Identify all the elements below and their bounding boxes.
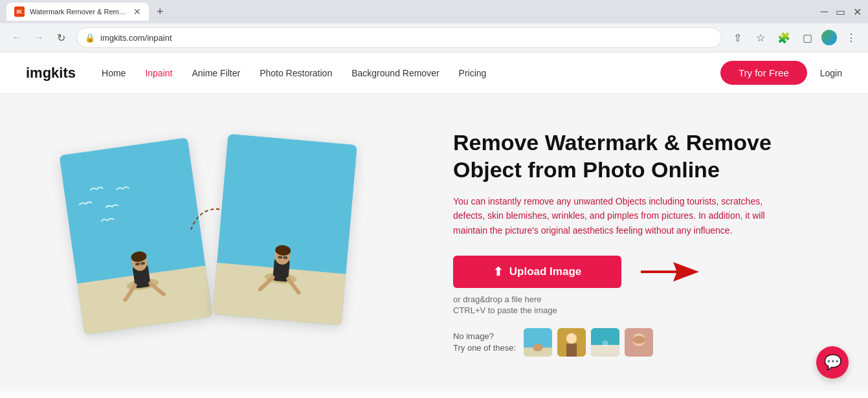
minimize-icon[interactable]: ─ bbox=[821, 6, 828, 18]
nav-inpaint[interactable]: Inpaint bbox=[145, 68, 172, 78]
navbar: imgkits Home Inpaint Anime Filter Photo … bbox=[0, 52, 868, 94]
nav-home[interactable]: Home bbox=[102, 68, 126, 78]
svg-point-26 bbox=[602, 340, 608, 347]
svg-point-22 bbox=[566, 333, 577, 344]
nav-right: Try for Free Login bbox=[720, 61, 842, 85]
close-window-icon[interactable]: ✕ bbox=[853, 6, 862, 18]
sample-thumbnails bbox=[524, 328, 653, 357]
main-content: Remove Watermark & Remove Object from Ph… bbox=[0, 94, 868, 392]
address-box[interactable]: 🔒 imgkits.com/inpaint bbox=[76, 27, 722, 48]
hero-images bbox=[39, 120, 414, 366]
new-tab-button[interactable]: + bbox=[157, 5, 164, 19]
nav-buttons: ← → ↻ bbox=[8, 28, 70, 47]
nav-background-remover[interactable]: Background Remover bbox=[351, 68, 439, 78]
sample-thumb-2[interactable] bbox=[557, 328, 586, 357]
browser-tab[interactable]: IK Watermark Remover & Remove ... ✕ bbox=[6, 3, 149, 21]
sample-images-row: No image?Try one of these: bbox=[453, 328, 829, 357]
sample-thumb-3[interactable] bbox=[591, 328, 619, 357]
red-arrow-indicator bbox=[641, 259, 699, 285]
extensions-button[interactable]: 🧩 bbox=[775, 28, 793, 47]
lock-icon: 🔒 bbox=[85, 33, 95, 43]
address-bar: ← → ↻ 🔒 imgkits.com/inpaint ⇧ ☆ 🧩 ▢ ⋮ bbox=[0, 23, 868, 52]
upload-row: ⬆ Upload Image bbox=[453, 256, 829, 288]
menu-button[interactable]: ⋮ bbox=[842, 28, 860, 47]
chat-icon: 💬 bbox=[824, 354, 841, 371]
back-button[interactable]: ← bbox=[8, 28, 26, 47]
svg-point-29 bbox=[632, 336, 645, 344]
window-controls: ─ ▭ ✕ bbox=[821, 6, 862, 18]
login-link[interactable]: Login bbox=[820, 68, 842, 78]
try-free-button[interactable]: Try for Free bbox=[720, 61, 807, 85]
browser-chrome: IK Watermark Remover & Remove ... ✕ + ─ … bbox=[0, 0, 868, 52]
svg-point-20 bbox=[533, 344, 543, 351]
chat-bubble[interactable]: 💬 bbox=[816, 346, 849, 379]
upload-icon: ⬆ bbox=[493, 265, 503, 279]
profile-avatar[interactable] bbox=[821, 30, 837, 45]
url-text: imgkits.com/inpaint bbox=[100, 33, 713, 43]
browser-actions: ⇧ ☆ 🧩 ▢ ⋮ bbox=[728, 28, 860, 47]
no-image-label: No image?Try one of these: bbox=[453, 331, 516, 354]
nav-anime-filter[interactable]: Anime Filter bbox=[192, 68, 240, 78]
nav-links: Home Inpaint Anime Filter Photo Restorat… bbox=[102, 68, 720, 78]
split-view-button[interactable]: ▢ bbox=[798, 28, 816, 47]
bookmark-button[interactable]: ☆ bbox=[751, 28, 770, 47]
reload-button[interactable]: ↻ bbox=[52, 28, 70, 47]
forward-button[interactable]: → bbox=[30, 28, 48, 47]
ctrl-paste-text: CTRL+V to paste the image bbox=[453, 305, 829, 315]
svg-rect-23 bbox=[566, 344, 577, 357]
svg-marker-17 bbox=[641, 262, 699, 282]
nav-pricing[interactable]: Pricing bbox=[459, 68, 487, 78]
share-button[interactable]: ⇧ bbox=[728, 28, 746, 47]
hero-title: Remove Watermark & Remove Object from Ph… bbox=[453, 129, 829, 184]
tab-title: Watermark Remover & Remove ... bbox=[30, 8, 128, 16]
hero-right: Remove Watermark & Remove Object from Ph… bbox=[414, 129, 829, 357]
hero-subtitle: You can instantly remove any unwanted Ob… bbox=[453, 194, 790, 238]
sample-thumb-4[interactable] bbox=[625, 328, 653, 357]
sample-thumb-1[interactable] bbox=[524, 328, 552, 357]
nav-photo-restoration[interactable]: Photo Restoration bbox=[260, 68, 332, 78]
after-image-card bbox=[212, 134, 357, 326]
upload-image-button[interactable]: ⬆ Upload Image bbox=[453, 256, 621, 288]
maximize-icon[interactable]: ▭ bbox=[836, 6, 845, 18]
site-logo[interactable]: imgkits bbox=[26, 65, 76, 82]
title-bar: IK Watermark Remover & Remove ... ✕ + ─ … bbox=[0, 0, 868, 23]
tab-favicon: IK bbox=[14, 6, 25, 17]
tab-close-icon[interactable]: ✕ bbox=[133, 6, 141, 17]
drag-drop-text: or drag&drop a file here bbox=[453, 294, 829, 304]
